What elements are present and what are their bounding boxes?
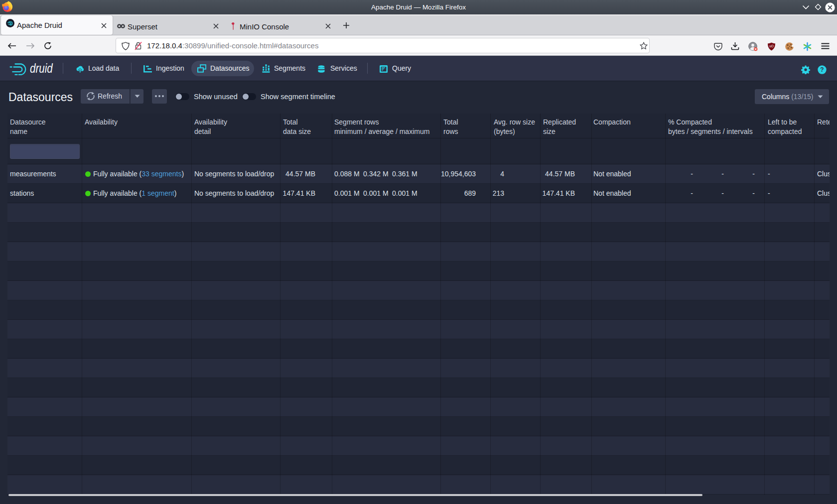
svg-text:uO: uO — [769, 44, 774, 48]
svg-text:?: ? — [820, 66, 824, 73]
